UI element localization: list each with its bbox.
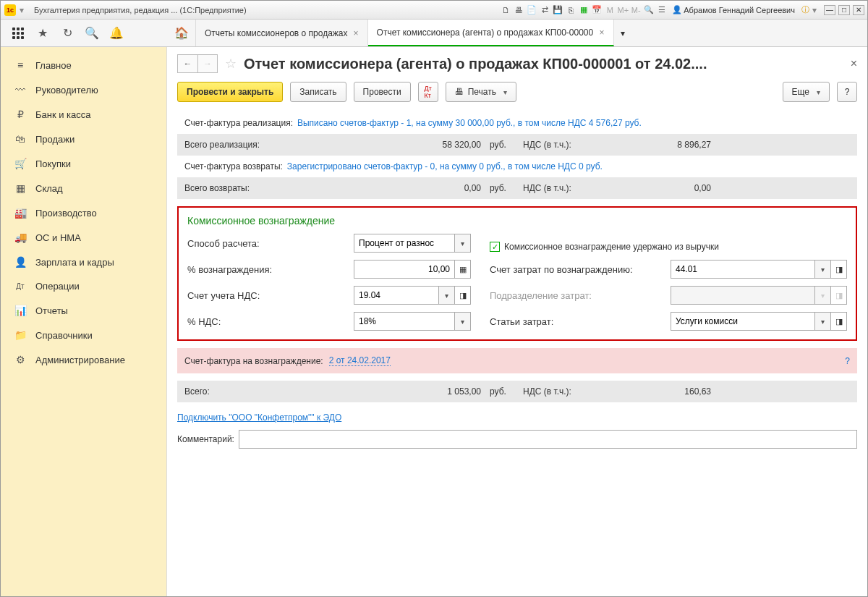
list-icon[interactable]: ☰ [656, 4, 668, 16]
tabs-bar: 🏠 Отчеты комиссионеров о продажах × Отче… [167, 20, 867, 46]
history-icon[interactable]: ↻ [60, 26, 75, 41]
boxes-icon: ▦ [14, 182, 27, 194]
vat-account-dropdown[interactable]: ▾ [439, 286, 455, 305]
save-icon[interactable]: 💾 [552, 4, 563, 16]
calc-icon[interactable]: ▦ [578, 4, 590, 16]
department-dropdown: ▾ [815, 286, 831, 305]
commission-title: Комиссионное вознаграждение [187, 215, 847, 226]
star-icon[interactable]: ★ [35, 26, 50, 41]
apps-icon[interactable] [11, 26, 25, 41]
tabs-dropdown[interactable]: ▾ [614, 20, 631, 46]
document-content: ← → ☆ Отчет комиссионера (агента) о прод… [167, 47, 867, 596]
calc-method-dropdown[interactable]: ▾ [455, 234, 471, 253]
tab-reports-list[interactable]: Отчеты комиссионеров о продажах × [196, 20, 368, 46]
info-icon[interactable]: ⓘ [799, 4, 811, 16]
ruble-icon: ₽ [14, 109, 27, 120]
cost-account-input[interactable] [671, 260, 815, 279]
info-dropdown[interactable]: ▾ [812, 5, 821, 15]
department-open-icon: ◨ [831, 286, 847, 305]
invoice-returns-link[interactable]: Зарегистрировано счетов-фактур - 0, на с… [287, 161, 603, 172]
commission-held-checkbox[interactable]: ✓ [490, 242, 500, 252]
home-button[interactable]: 🏠 [167, 20, 196, 46]
vat-percent-dropdown[interactable]: ▾ [455, 312, 471, 331]
post-and-close-button[interactable]: Провести и закрыть [177, 82, 283, 102]
total-realization-value: 58 320,00 [348, 140, 485, 150]
fee-invoice-link[interactable]: 2 от 24.02.2017 [329, 355, 391, 366]
minimize-button[interactable]: — [824, 5, 835, 15]
bag-icon: 🛍 [14, 133, 27, 145]
cost-account-dropdown[interactable]: ▾ [815, 260, 831, 279]
sidebar-item-hr[interactable]: 👤Зарплата и кадры [1, 250, 166, 274]
commission-held-checkbox-row: ✓ Комиссионное вознаграждение удержано и… [490, 234, 847, 260]
zoom-m-icon[interactable]: M [604, 4, 616, 16]
close-tab-1[interactable]: × [354, 28, 359, 38]
print-icon[interactable]: 🖶 [513, 4, 524, 16]
calc-button-icon[interactable]: ▦ [455, 260, 471, 279]
main-toolbar: ★ ↻ 🔍 🔔 🏠 Отчеты комиссионеров о продажа… [1, 20, 867, 47]
total-returns-row: Всего возвраты: 0,00 руб. НДС (в т.ч.): … [177, 177, 857, 199]
sidebar-item-bank[interactable]: ₽Банк и касса [1, 102, 166, 127]
vat-account-open-icon[interactable]: ◨ [455, 286, 471, 305]
calendar-icon[interactable]: 📅 [591, 4, 603, 16]
cost-account-open-icon[interactable]: ◨ [831, 260, 847, 279]
nav-back-button[interactable]: ← [177, 54, 197, 73]
zoom-mplus-icon[interactable]: M+ [617, 4, 629, 16]
vat-percent-select[interactable] [354, 312, 455, 331]
sidebar-item-sales[interactable]: 🛍Продажи [1, 127, 166, 151]
app-menu-dropdown[interactable]: ▾ [20, 5, 28, 15]
comment-input[interactable] [239, 430, 857, 449]
fee-invoice-row: Счет-фактура на вознаграждение: 2 от 24.… [177, 348, 857, 373]
nav-forward-button[interactable]: → [197, 54, 218, 73]
sidebar-item-catalogs[interactable]: 📁Справочники [1, 323, 166, 347]
more-button[interactable]: Еще [783, 82, 830, 102]
comment-row: Комментарий: [177, 430, 857, 449]
total-realization-row: Всего реализация: 58 320,00 руб. НДС (в … [177, 134, 857, 156]
cost-item-dropdown[interactable]: ▾ [815, 312, 831, 331]
close-document-button[interactable]: × [851, 57, 857, 70]
dtkt-button[interactable]: ДтКт [418, 82, 438, 102]
sidebar-item-warehouse[interactable]: ▦Склад [1, 176, 166, 200]
sidebar-item-admin[interactable]: ⚙Администрирование [1, 347, 166, 372]
window-title: Бухгалтерия предприятия, редакция ... (1… [31, 6, 497, 14]
maximize-button[interactable]: □ [838, 5, 850, 15]
person-icon: 👤 [14, 256, 27, 268]
sidebar-item-main[interactable]: ≡Главное [1, 53, 166, 77]
close-tab-2[interactable]: × [600, 27, 605, 38]
sidebar-item-purchases[interactable]: 🛒Покупки [1, 151, 166, 176]
vat-account-input[interactable] [354, 286, 439, 305]
compare-icon[interactable]: ⇄ [539, 4, 550, 16]
sidebar-item-assets[interactable]: 🚚ОС и НМА [1, 225, 166, 250]
copy-icon[interactable]: ⎘ [565, 4, 576, 16]
save-button[interactable]: Записать [290, 82, 346, 102]
zoom-mminus-icon[interactable]: M- [630, 4, 642, 16]
sidebar-item-manager[interactable]: 〰Руководителю [1, 77, 166, 102]
search-icon[interactable]: 🔍 [85, 26, 99, 41]
zoom-icon[interactable]: 🔍 [643, 4, 655, 16]
menu-icon: ≡ [14, 59, 27, 71]
sidebar-item-reports[interactable]: 📊Отчеты [1, 298, 166, 323]
close-button[interactable]: ✕ [853, 5, 864, 15]
action-bar: Провести и закрыть Записать Провести ДтК… [177, 82, 857, 102]
post-button[interactable]: Провести [354, 82, 411, 102]
favorite-toggle[interactable]: ☆ [225, 56, 237, 72]
edo-connect-link[interactable]: Подключить "ООО "Конфетпром"" к ЭДО [177, 412, 341, 423]
current-user[interactable]: 👤 Абрамов Геннадий Сергеевич [669, 5, 798, 14]
cost-item-open-icon[interactable]: ◨ [831, 312, 847, 331]
fee-invoice-help[interactable]: ? [845, 356, 850, 366]
help-button[interactable]: ? [837, 82, 857, 102]
invoice-realization-link[interactable]: Выписано счетов-фактур - 1, на сумму 30 … [297, 118, 642, 128]
doc-icon[interactable]: 📄 [526, 4, 537, 16]
dtkt-icon: Дт [14, 282, 27, 290]
calc-method-select[interactable] [354, 234, 455, 253]
print-button[interactable]: 🖶 Печать [446, 82, 516, 102]
chart-icon: 〰 [14, 84, 27, 96]
sidebar-item-production[interactable]: 🏭Производство [1, 200, 166, 225]
main-area: ≡Главное 〰Руководителю ₽Банк и касса 🛍Пр… [1, 47, 867, 596]
file-icon[interactable]: 🗋 [500, 4, 511, 16]
sidebar-item-operations[interactable]: ДтОперации [1, 274, 166, 298]
bell-icon[interactable]: 🔔 [109, 26, 124, 41]
cost-item-input[interactable] [671, 312, 815, 331]
app-logo-icon: 1c [4, 4, 17, 17]
tab-document[interactable]: Отчет комиссионера (агента) о продажах К… [368, 20, 614, 46]
commission-percent-input[interactable] [354, 260, 455, 279]
